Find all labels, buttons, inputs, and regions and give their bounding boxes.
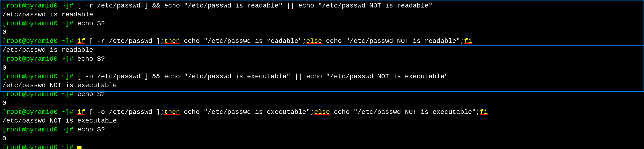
kw-then-2: then [164,109,180,116]
line-16: 0 [2,134,642,143]
line-9: [root@pyramid0 ~]# [ -o /etc/passwd ] &&… [2,72,642,81]
op-and-1: && [152,2,160,9]
cmd-5c: echo "/etc/passwd NOT is readable"; [322,37,464,45]
op-and-2: && [152,73,160,80]
op-or-1: || [286,2,294,9]
prompt-15: [root@pyramid0 ~]# [2,126,77,133]
line-17: [root@pyramid0 ~]# [2,143,642,149]
cmd-9c: echo "/etc/passwd NOT is executable" [302,73,448,80]
prompt-3: [root@pyramid0 ~]# [2,20,77,27]
line-10: /etc/passwd NOT is executable [2,81,642,90]
line-8: 0 [2,63,642,72]
cmd-11: echo $? [77,91,105,98]
line-7: [root@pyramid0 ~]# echo $? [2,55,642,63]
cmd-7: echo $? [77,55,105,63]
cmd-1a: [ -r /etc/passwd ] [77,2,152,9]
cmd-5b: echo "/etc/passwd is readable"; [180,37,306,45]
kw-if-1: if [77,37,85,45]
kw-else-1: else [306,37,322,45]
kw-else-2: else [314,109,330,116]
prompt-9: [root@pyramid0 ~]# [2,73,77,80]
cmd-13a: [ -o /etc/passwd ]; [85,109,164,116]
line-2: /etc/passwd is readable [2,10,642,19]
prompt-7: [root@pyramid0 ~]# [2,55,77,63]
prompt-5: [root@pyramid0 ~]# [2,37,77,45]
line-11: [root@pyramid0 ~]# echo $? [2,90,642,99]
kw-if-2: if [77,109,85,116]
cursor [77,146,82,149]
cmd-9a: [ -o /etc/passwd ] [77,73,152,80]
kw-then-1: then [164,37,180,45]
cmd-13b: echo "/etc/passwd is executable"; [180,109,314,116]
terminal: [root@pyramid0 ~]# [ -r /etc/passwd ] &&… [0,0,644,149]
line-13: [root@pyramid0 ~]# if [ -o /etc/passwd ]… [2,108,642,117]
line-5: [root@pyramid0 ~]# if [ -r /etc/passwd ]… [2,37,642,46]
line-6: /etc/passwd is readable [2,46,642,55]
prompt-1: [root@pyramid0 ~]# [2,2,77,9]
line-1: [root@pyramid0 ~]# [ -r /etc/passwd ] &&… [2,1,642,10]
cmd-1b: echo "/etc/passwd is readable" [160,2,286,9]
cmd-1c: echo "/etc/passwd NOT is readable" [294,2,432,9]
line-15: [root@pyramid0 ~]# echo $? [2,125,642,134]
kw-fi-1: fi [464,37,472,45]
cmd-3: echo $? [77,20,105,27]
line-12: 0 [2,99,642,108]
line-14: /etc/passwd NOT is executable [2,117,642,125]
line-4: 0 [2,28,642,37]
line-3: [root@pyramid0 ~]# echo $? [2,19,642,28]
prompt-11: [root@pyramid0 ~]# [2,91,77,98]
kw-fi-2: fi [480,109,488,116]
prompt-17: [root@pyramid0 ~]# [2,144,77,149]
cmd-15: echo $? [77,126,105,133]
prompt-13: [root@pyramid0 ~]# [2,109,77,116]
op-or-2: || [294,73,302,80]
cmd-13c: echo "/etc/passwd NOT is executable"; [330,109,480,116]
cmd-9b: echo "/etc/passwd is executable" [160,73,294,80]
cmd-5a: [ -r /etc/passwd ]; [85,37,164,45]
